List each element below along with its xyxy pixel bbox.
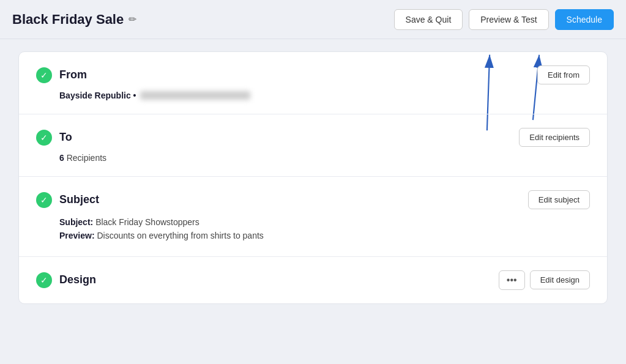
page-title: Black Friday Sale (12, 12, 124, 28)
edit-from-button[interactable]: Edit from (537, 65, 590, 84)
subject-line: Subject: Black Friday Showstoppers (59, 215, 590, 229)
design-section-header: ✓ Design ••• Edit design (36, 270, 590, 290)
subject-check-icon: ✓ (36, 192, 52, 208)
header-left: Black Friday Sale ✏ (12, 12, 136, 28)
design-section: ✓ Design ••• Edit design (19, 257, 607, 303)
main-content: ✓ From Edit from Bayside Republic • ✓ To… (0, 39, 626, 316)
from-title-wrap: ✓ From (36, 67, 87, 83)
sender-email-blurred (140, 91, 250, 100)
from-section-header: ✓ From Edit from (36, 65, 590, 84)
header-actions: Save & Quit Preview & Test Schedule (394, 9, 614, 30)
to-section-header: ✓ To Edit recipients (36, 128, 590, 147)
to-section: ✓ To Edit recipients 6 Recipients (19, 114, 607, 177)
design-title-wrap: ✓ Design (36, 272, 96, 288)
design-more-options-button[interactable]: ••• (499, 270, 525, 290)
subject-section-content: Subject: Black Friday Showstoppers Previ… (36, 215, 590, 243)
sender-name: Bayside Republic • (59, 91, 136, 100)
subject-section-title: Subject (59, 193, 99, 206)
subject-section: ✓ Subject Edit subject Subject: Black Fr… (19, 177, 607, 257)
from-check-icon: ✓ (36, 67, 52, 83)
recipients-count: 6 Recipients (59, 153, 106, 163)
preview-test-button[interactable]: Preview & Test (469, 9, 548, 30)
to-section-content: 6 Recipients (36, 153, 590, 163)
campaign-card: ✓ From Edit from Bayside Republic • ✓ To… (18, 51, 608, 304)
subject-section-header: ✓ Subject Edit subject (36, 190, 590, 209)
to-section-title: To (59, 131, 72, 144)
design-buttons-group: ••• Edit design (499, 270, 590, 290)
preview-value: Discounts on everything from shirts to p… (97, 231, 263, 240)
edit-recipients-button[interactable]: Edit recipients (519, 128, 590, 147)
from-section-title: From (59, 69, 87, 81)
to-title-wrap: ✓ To (36, 130, 72, 146)
edit-subject-button[interactable]: Edit subject (528, 190, 590, 209)
header: Black Friday Sale ✏ Save & Quit Preview … (0, 0, 626, 39)
subject-title-wrap: ✓ Subject (36, 192, 99, 208)
edit-title-icon[interactable]: ✏ (129, 13, 136, 25)
schedule-button[interactable]: Schedule (555, 9, 614, 30)
from-section: ✓ From Edit from Bayside Republic • (19, 52, 607, 114)
save-quit-button[interactable]: Save & Quit (394, 9, 463, 30)
to-check-icon: ✓ (36, 130, 52, 146)
design-section-title: Design (59, 273, 96, 286)
edit-design-button[interactable]: Edit design (530, 270, 590, 289)
from-section-content: Bayside Republic • (36, 91, 590, 100)
design-check-icon: ✓ (36, 272, 52, 288)
subject-value: Black Friday Showstoppers (95, 217, 199, 227)
preview-line: Preview: Discounts on everything from sh… (59, 229, 590, 242)
